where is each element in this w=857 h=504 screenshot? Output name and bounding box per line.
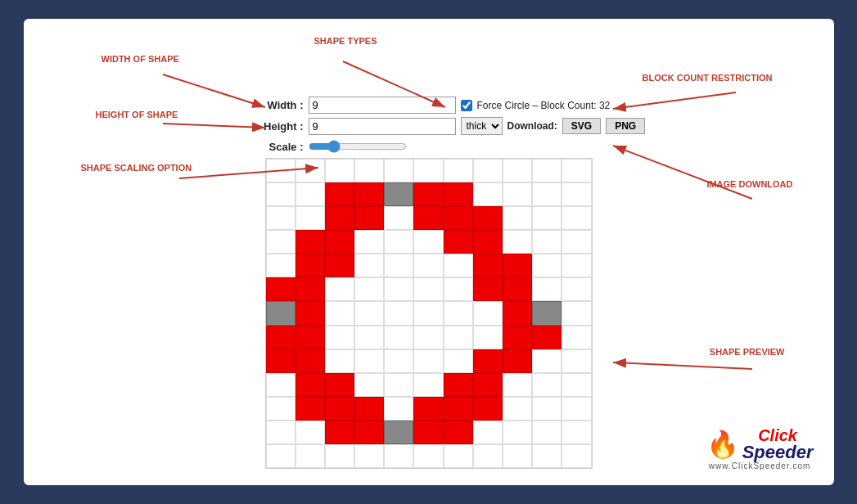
grid-cell-7[interactable] [473, 159, 503, 182]
grid-cell-128[interactable] [473, 421, 503, 444]
grid-cell-101[interactable] [325, 373, 354, 397]
grid-cell-118[interactable] [503, 397, 532, 421]
grid-cell-16[interactable] [413, 182, 443, 206]
grid-cell-9[interactable] [532, 159, 562, 182]
grid-cell-78[interactable] [295, 326, 325, 349]
png-button[interactable]: PNG [606, 118, 645, 134]
grid-cell-122[interactable] [295, 421, 325, 444]
grid-cell-53[interactable] [532, 254, 562, 277]
grid-cell-18[interactable] [473, 182, 503, 206]
grid-cell-75[interactable] [532, 301, 562, 325]
grid-cell-30[interactable] [503, 206, 532, 230]
grid-cell-94[interactable] [444, 349, 473, 373]
grid-cell-61[interactable] [444, 277, 473, 301]
grid-cell-13[interactable] [325, 182, 354, 206]
grid-cell-39[interactable] [444, 230, 473, 254]
grid-cell-133[interactable] [295, 444, 325, 468]
grid-cell-123[interactable] [325, 421, 354, 444]
grid-cell-113[interactable] [354, 397, 384, 421]
grid-cell-59[interactable] [384, 277, 413, 301]
grid-cell-98[interactable] [562, 349, 591, 373]
grid-cell-84[interactable] [473, 326, 503, 349]
grid-cell-83[interactable] [444, 326, 473, 349]
grid-cell-102[interactable] [354, 373, 384, 397]
grid-cell-86[interactable] [532, 326, 562, 349]
grid-cell-137[interactable] [413, 444, 443, 468]
grid-cell-82[interactable] [413, 326, 443, 349]
grid-cell-41[interactable] [503, 230, 532, 254]
grid-cell-132[interactable] [266, 444, 295, 468]
grid-cell-74[interactable] [503, 301, 532, 325]
thick-select[interactable]: thick [461, 117, 503, 135]
grid-cell-10[interactable] [562, 159, 591, 182]
grid-cell-97[interactable] [532, 349, 562, 373]
grid-cell-23[interactable] [295, 206, 325, 230]
grid-cell-72[interactable] [444, 301, 473, 325]
grid-cell-99[interactable] [266, 373, 295, 397]
grid-cell-140[interactable] [503, 444, 532, 468]
grid-cell-11[interactable] [266, 182, 295, 206]
grid-cell-48[interactable] [384, 254, 413, 277]
grid-cell-57[interactable] [325, 277, 354, 301]
grid-cell-50[interactable] [444, 254, 473, 277]
force-circle-checkbox[interactable] [461, 100, 472, 111]
grid-cell-129[interactable] [503, 421, 532, 444]
grid-cell-134[interactable] [325, 444, 354, 468]
grid-cell-33[interactable] [266, 230, 295, 254]
grid-cell-103[interactable] [384, 373, 413, 397]
grid-cell-38[interactable] [413, 230, 443, 254]
grid-cell-12[interactable] [295, 182, 325, 206]
grid-cell-4[interactable] [384, 159, 413, 182]
grid-cell-110[interactable] [266, 397, 295, 421]
grid-cell-141[interactable] [532, 444, 562, 468]
grid-cell-66[interactable] [266, 301, 295, 325]
grid-cell-81[interactable] [384, 326, 413, 349]
grid-cell-17[interactable] [444, 182, 473, 206]
grid-cell-27[interactable] [413, 206, 443, 230]
grid-cell-89[interactable] [295, 349, 325, 373]
grid-cell-31[interactable] [532, 206, 562, 230]
grid-cell-69[interactable] [354, 301, 384, 325]
grid-cell-87[interactable] [562, 326, 591, 349]
grid-cell-135[interactable] [354, 444, 384, 468]
grid-cell-111[interactable] [295, 397, 325, 421]
grid-cell-36[interactable] [354, 230, 384, 254]
grid-cell-73[interactable] [473, 301, 503, 325]
grid-cell-127[interactable] [444, 421, 473, 444]
grid-cell-63[interactable] [503, 277, 532, 301]
grid-cell-25[interactable] [354, 206, 384, 230]
grid-cell-93[interactable] [413, 349, 443, 373]
height-input[interactable] [309, 118, 456, 135]
grid-cell-6[interactable] [444, 159, 473, 182]
grid-cell-62[interactable] [473, 277, 503, 301]
grid-cell-67[interactable] [295, 301, 325, 325]
grid-cell-51[interactable] [473, 254, 503, 277]
grid-cell-125[interactable] [384, 421, 413, 444]
grid-cell-130[interactable] [532, 421, 562, 444]
grid-cell-29[interactable] [473, 206, 503, 230]
grid-cell-37[interactable] [384, 230, 413, 254]
grid-cell-142[interactable] [562, 444, 591, 468]
grid-cell-114[interactable] [384, 397, 413, 421]
grid-cell-85[interactable] [503, 326, 532, 349]
grid-cell-80[interactable] [354, 326, 384, 349]
grid-cell-136[interactable] [384, 444, 413, 468]
grid-cell-44[interactable] [266, 254, 295, 277]
grid-cell-79[interactable] [325, 326, 354, 349]
grid-cell-56[interactable] [295, 277, 325, 301]
grid-cell-28[interactable] [444, 206, 473, 230]
grid-cell-15[interactable] [384, 182, 413, 206]
grid-cell-8[interactable] [503, 159, 532, 182]
grid-cell-100[interactable] [295, 373, 325, 397]
grid-cell-138[interactable] [444, 444, 473, 468]
grid-cell-96[interactable] [503, 349, 532, 373]
grid-cell-26[interactable] [384, 206, 413, 230]
grid-cell-76[interactable] [562, 301, 591, 325]
grid-cell-24[interactable] [325, 206, 354, 230]
grid-cell-35[interactable] [325, 230, 354, 254]
grid-cell-45[interactable] [295, 254, 325, 277]
grid-cell-19[interactable] [503, 182, 532, 206]
grid-cell-139[interactable] [473, 444, 503, 468]
grid-cell-55[interactable] [266, 277, 295, 301]
grid-cell-120[interactable] [562, 397, 591, 421]
